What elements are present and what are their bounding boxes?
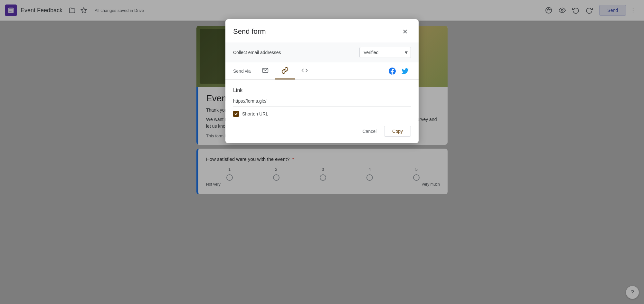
send-form-modal: Send form Collect email addresses Off Ve… (225, 19, 419, 143)
collect-label: Collect email addresses (233, 50, 281, 55)
modal-footer: Cancel Copy (225, 122, 419, 143)
facebook-share-button[interactable] (386, 65, 398, 77)
tab-link[interactable] (275, 62, 295, 79)
modal-header: Send form (225, 19, 419, 42)
modal-close-button[interactable] (399, 26, 411, 37)
link-input[interactable] (233, 98, 411, 104)
send-via-label: Send via (233, 69, 251, 74)
collect-emails-section: Collect email addresses Off Verified Res… (225, 42, 419, 62)
send-via-tabs: Send via (225, 62, 419, 80)
cancel-button[interactable]: Cancel (357, 126, 382, 137)
shorten-url-checkbox[interactable] (233, 111, 239, 117)
shorten-url-label[interactable]: Shorten URL (242, 111, 268, 116)
social-share-buttons (386, 65, 411, 77)
tab-embed[interactable] (295, 63, 314, 79)
modal-title: Send form (233, 27, 266, 36)
tab-email[interactable] (256, 63, 275, 79)
modal-body: Link Shorten URL (225, 80, 419, 122)
link-input-row (233, 98, 411, 106)
twitter-share-button[interactable] (399, 65, 411, 77)
collect-select[interactable]: Off Verified Responder input (359, 47, 411, 58)
collect-select-wrapper: Off Verified Responder input ▾ (359, 47, 411, 58)
copy-button[interactable]: Copy (384, 126, 411, 137)
shorten-url-row: Shorten URL (233, 111, 411, 117)
modal-overlay: Send form Collect email addresses Off Ve… (0, 0, 644, 304)
link-section-title: Link (233, 88, 411, 93)
